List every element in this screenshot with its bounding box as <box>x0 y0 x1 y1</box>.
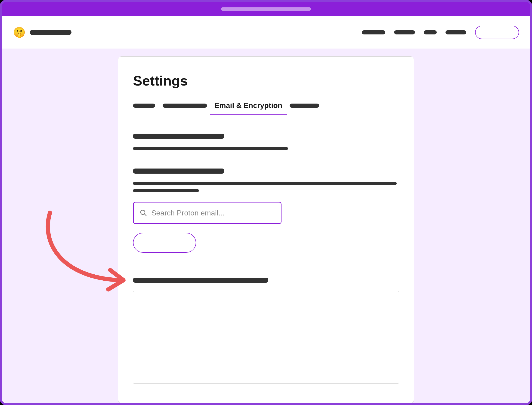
svg-line-1 <box>144 214 146 216</box>
brand-name-placeholder <box>30 30 71 35</box>
tab-email-encryption[interactable]: Email & Encryption <box>214 101 282 115</box>
action-button[interactable] <box>133 233 196 253</box>
section-2-heading <box>133 169 224 174</box>
settings-card: Settings Email & Encryption <box>118 56 414 403</box>
proton-email-search[interactable] <box>133 202 281 224</box>
tab-1[interactable] <box>133 104 155 108</box>
top-nav-links <box>362 26 519 39</box>
nav-link-4[interactable] <box>445 30 466 34</box>
window-titlebar[interactable] <box>2 2 530 16</box>
settings-tabs: Email & Encryption <box>133 101 399 115</box>
content-panel <box>133 291 399 384</box>
nav-link-2[interactable] <box>394 30 415 34</box>
section-3 <box>133 278 399 384</box>
logo-emoji-icon: 🤫 <box>13 27 26 37</box>
page-title: Settings <box>133 73 399 89</box>
browser-frame: 🤫 Settings Email & Enc <box>0 0 532 405</box>
section-1-heading <box>133 134 224 139</box>
section-2-body-line-2 <box>133 189 199 192</box>
section-2-body-line-1 <box>133 182 397 185</box>
section-1-body <box>133 147 288 150</box>
section-3-heading <box>133 278 268 283</box>
tab-2[interactable] <box>163 104 207 108</box>
section-1 <box>133 134 399 150</box>
annotation-arrow-icon <box>31 206 129 305</box>
section-2 <box>133 169 399 253</box>
search-icon <box>140 209 147 216</box>
nav-link-1[interactable] <box>362 30 385 34</box>
window-drag-handle[interactable] <box>221 7 311 11</box>
window: 🤫 Settings Email & Enc <box>2 2 530 403</box>
header-cta-button[interactable] <box>475 26 519 39</box>
nav-link-3[interactable] <box>424 30 437 34</box>
content-area: Settings Email & Encryption <box>2 48 530 403</box>
top-nav-bar: 🤫 <box>2 16 530 48</box>
search-input[interactable] <box>151 209 275 217</box>
tab-4[interactable] <box>290 104 319 108</box>
brand-area[interactable]: 🤫 <box>13 27 71 37</box>
